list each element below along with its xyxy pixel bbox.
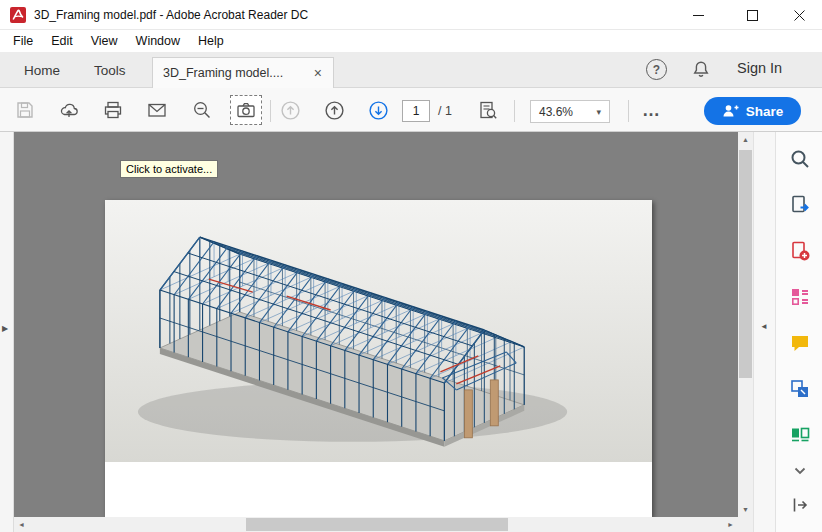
horizontal-scroll-thumb[interactable] xyxy=(246,518,508,531)
email-button[interactable] xyxy=(143,96,171,124)
page-down-button[interactable] xyxy=(364,96,392,124)
menu-edit[interactable]: Edit xyxy=(42,32,82,50)
menubar: File Edit View Window Help xyxy=(0,30,822,52)
save-button[interactable] xyxy=(11,96,39,124)
more-tools-button[interactable]: … xyxy=(638,98,664,122)
tooltip: Click to activate... xyxy=(120,160,218,178)
maximize-button[interactable] xyxy=(729,0,775,30)
snapshot-camera-icon xyxy=(236,100,256,120)
toolbar-separator xyxy=(514,100,515,122)
sign-in-button[interactable]: Sign In xyxy=(737,60,782,76)
cloud-upload-icon xyxy=(59,100,79,120)
open-pane-arrow-icon xyxy=(790,495,810,515)
page-number-input[interactable] xyxy=(402,100,430,122)
share-label: Share xyxy=(746,104,784,119)
search-tool-button[interactable] xyxy=(783,142,817,176)
menu-file[interactable]: File xyxy=(4,32,42,50)
vertical-scroll-thumb[interactable] xyxy=(739,150,752,378)
previous-view-icon xyxy=(280,100,301,121)
scroll-left-arrow[interactable]: ◄ xyxy=(14,517,29,532)
menu-view[interactable]: View xyxy=(82,32,127,50)
model-backdrop xyxy=(105,200,652,462)
minimize-button[interactable] xyxy=(675,0,721,30)
document-area: Click to activate... xyxy=(14,132,738,532)
chevron-down-icon xyxy=(791,462,809,480)
collapse-right-pane-button[interactable]: ◄ xyxy=(760,322,768,331)
find-button[interactable] xyxy=(474,96,502,124)
help-button[interactable]: ? xyxy=(646,59,667,80)
comment-icon xyxy=(789,332,811,354)
find-page-icon xyxy=(478,100,498,120)
organize-pages-icon xyxy=(789,424,811,446)
export-pdf-icon xyxy=(789,194,811,216)
tab-close-icon[interactable]: × xyxy=(311,65,325,81)
scrollbar-corner xyxy=(738,517,753,532)
tab-tools[interactable]: Tools xyxy=(76,52,144,88)
pdf-page[interactable] xyxy=(105,200,652,517)
menu-help[interactable]: Help xyxy=(189,32,233,50)
zoom-out-icon xyxy=(192,100,212,120)
print-button[interactable] xyxy=(99,96,127,124)
toolbar-separator xyxy=(628,100,629,122)
left-pane-strip: ▶ xyxy=(0,132,14,532)
zoom-out-button[interactable] xyxy=(188,96,216,124)
acrobat-window: 3D_Framing model.pdf - Adobe Acrobat Rea… xyxy=(0,0,822,532)
tab-home[interactable]: Home xyxy=(6,52,78,88)
arrow-down-circle-icon xyxy=(368,100,389,121)
printer-icon xyxy=(103,100,123,120)
zoom-level-select[interactable]: 43.6% ▾ xyxy=(530,100,610,123)
bell-icon xyxy=(690,59,712,81)
titlebar: 3D_Framing model.pdf - Adobe Acrobat Rea… xyxy=(0,0,822,30)
zoom-caret-icon: ▾ xyxy=(596,107,601,117)
share-button[interactable]: Share xyxy=(704,97,801,125)
open-tools-pane-button[interactable] xyxy=(783,488,817,522)
save-to-cloud-button[interactable] xyxy=(55,96,83,124)
create-pdf-tool-button[interactable] xyxy=(783,234,817,268)
help-icon: ? xyxy=(653,63,660,77)
create-pdf-icon xyxy=(789,240,811,262)
more-tools-chevron-button[interactable] xyxy=(783,458,817,484)
tab-document[interactable]: 3D_Framing model.... × xyxy=(152,57,334,88)
previous-view-button[interactable] xyxy=(276,96,304,124)
edit-pdf-icon xyxy=(789,286,811,308)
save-icon xyxy=(15,100,35,120)
menu-window[interactable]: Window xyxy=(127,32,189,50)
right-pane-strip: ◄ xyxy=(753,132,775,532)
horizontal-scrollbar[interactable]: ◄ ► xyxy=(14,517,738,532)
envelope-icon xyxy=(147,100,167,120)
expand-left-pane-button[interactable]: ▶ xyxy=(2,324,8,333)
framing-model xyxy=(105,200,652,462)
scroll-up-arrow[interactable]: ▲ xyxy=(738,132,753,147)
edit-pdf-tool-button[interactable] xyxy=(783,280,817,314)
combine-files-tool-button[interactable] xyxy=(783,372,817,406)
page-total-label: / 1 xyxy=(438,104,452,118)
tab-document-label: 3D_Framing model.... xyxy=(163,66,311,80)
vertical-scrollbar[interactable]: ▲ ▼ xyxy=(738,132,753,517)
tools-sidebar xyxy=(775,132,822,532)
scroll-right-arrow[interactable]: ► xyxy=(723,517,738,532)
toolbar-separator xyxy=(270,100,271,122)
close-icon xyxy=(794,10,805,21)
minimize-icon xyxy=(693,10,704,21)
comment-tool-button[interactable] xyxy=(783,326,817,360)
scroll-down-arrow[interactable]: ▼ xyxy=(738,502,753,517)
arrow-up-circle-icon xyxy=(324,100,345,121)
notifications-button[interactable] xyxy=(690,59,712,81)
maximize-icon xyxy=(747,10,758,21)
window-title: 3D_Framing model.pdf - Adobe Acrobat Rea… xyxy=(34,0,308,30)
close-button[interactable] xyxy=(776,0,822,30)
zoom-level-value: 43.6% xyxy=(539,105,596,119)
organize-pages-tool-button[interactable] xyxy=(783,418,817,452)
combine-files-icon xyxy=(789,378,811,400)
share-person-icon xyxy=(722,103,739,119)
page-up-button[interactable] xyxy=(320,96,348,124)
snapshot-tool-button[interactable] xyxy=(230,95,262,125)
acrobat-logo-icon xyxy=(10,7,26,23)
export-pdf-tool-button[interactable] xyxy=(783,188,817,222)
search-icon xyxy=(789,148,811,170)
